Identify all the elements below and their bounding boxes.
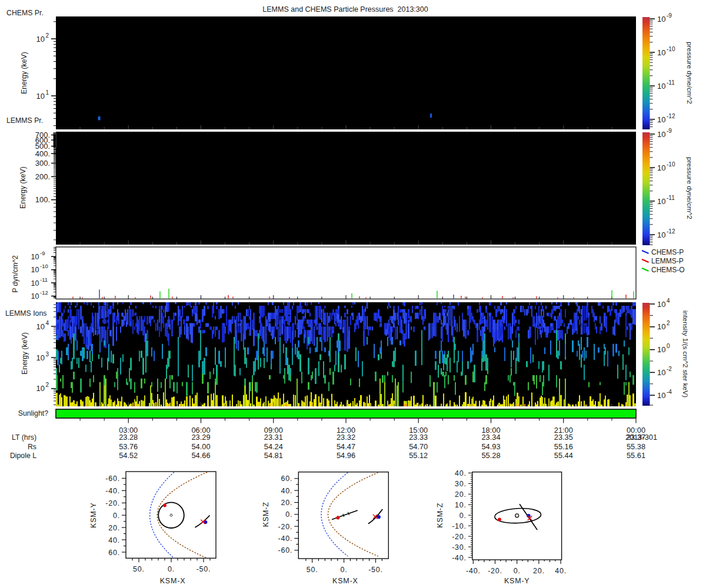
- svg-text:LEMMS Ions: LEMMS Ions: [5, 309, 46, 318]
- svg-text:10: 10: [657, 163, 665, 172]
- svg-text:-10: -10: [40, 263, 48, 269]
- svg-text:23.29: 23.29: [191, 433, 210, 442]
- svg-text:Sunlight?: Sunlight?: [18, 409, 48, 417]
- svg-text:10: 10: [657, 391, 665, 400]
- svg-text:KSM-Z: KSM-Z: [262, 502, 270, 527]
- svg-text:-12: -12: [40, 289, 48, 296]
- svg-text:KSM-Z: KSM-Z: [436, 503, 444, 528]
- svg-text:-60.: -60.: [105, 475, 120, 483]
- svg-text:4: 4: [667, 298, 670, 304]
- svg-text:10: 10: [36, 384, 45, 393]
- svg-text:30.: 30.: [455, 480, 467, 488]
- svg-text:Energy (keV): Energy (keV): [20, 52, 28, 94]
- svg-text:40.: 40.: [108, 536, 120, 544]
- svg-text:54.70: 54.70: [409, 442, 428, 451]
- svg-text:KSM-X: KSM-X: [332, 577, 358, 585]
- svg-text:54.93: 54.93: [481, 442, 500, 451]
- svg-text:20.: 20.: [455, 490, 467, 499]
- svg-text:2013-301: 2013-301: [625, 433, 657, 442]
- svg-text:20.: 20.: [108, 524, 120, 532]
- svg-text:-9: -9: [667, 128, 672, 134]
- svg-text:55.61: 55.61: [627, 451, 645, 460]
- svg-text:40.: 40.: [281, 487, 293, 495]
- svg-text:-50.: -50.: [368, 566, 383, 574]
- svg-text:54.81: 54.81: [264, 451, 283, 460]
- svg-text:54.96: 54.96: [337, 451, 355, 460]
- svg-text:-11: -11: [667, 195, 675, 201]
- svg-text:10.: 10.: [455, 501, 467, 509]
- svg-text:10: 10: [657, 115, 665, 124]
- svg-text:1: 1: [46, 89, 49, 96]
- svg-text:0.: 0.: [459, 512, 467, 520]
- svg-text:Dipole L: Dipole L: [10, 452, 36, 460]
- svg-text:pressure dyne/cm^2: pressure dyne/cm^2: [685, 42, 694, 104]
- svg-text:LEMMS-P: LEMMS-P: [651, 257, 684, 265]
- svg-text:10: 10: [36, 35, 45, 44]
- svg-text:10: 10: [31, 253, 39, 261]
- svg-text:0.: 0.: [168, 565, 175, 573]
- svg-text:-2: -2: [667, 366, 672, 372]
- svg-text:10: 10: [36, 322, 45, 331]
- svg-text:-50.: -50.: [197, 565, 211, 573]
- svg-text:Rs: Rs: [28, 443, 36, 451]
- svg-text:23.31: 23.31: [264, 433, 283, 442]
- svg-text:10: 10: [657, 15, 665, 24]
- svg-text:400.: 400.: [35, 149, 50, 158]
- svg-text:54.24: 54.24: [264, 442, 283, 451]
- svg-text:60.: 60.: [281, 475, 293, 483]
- svg-text:KSM-X: KSM-X: [160, 577, 186, 585]
- svg-text:CHEMS Pr.: CHEMS Pr.: [6, 9, 44, 17]
- svg-text:0.: 0.: [285, 510, 292, 519]
- svg-text:-10: -10: [667, 161, 675, 168]
- svg-text:-20.: -20.: [452, 533, 467, 541]
- svg-text:23.33: 23.33: [409, 433, 428, 442]
- svg-text:23.32: 23.32: [337, 433, 355, 442]
- svg-text:KSM-Y: KSM-Y: [504, 577, 530, 585]
- svg-text:50.: 50.: [133, 565, 145, 573]
- svg-text:200.: 200.: [35, 172, 50, 181]
- svg-text:KSM-Y: KSM-Y: [89, 502, 98, 528]
- svg-text:-11: -11: [40, 276, 48, 283]
- svg-text:10: 10: [657, 345, 665, 354]
- svg-text:intensity 1/(s cm^2 ster keV): intensity 1/(s cm^2 ster keV): [681, 310, 690, 397]
- svg-text:54.66: 54.66: [191, 451, 210, 460]
- svg-text:300.: 300.: [35, 159, 50, 168]
- svg-text:2: 2: [46, 32, 49, 39]
- svg-text:-40.: -40.: [452, 554, 467, 562]
- svg-text:LT (hrs): LT (hrs): [12, 433, 36, 442]
- svg-text:60.: 60.: [108, 549, 120, 557]
- svg-text:10: 10: [657, 300, 665, 309]
- svg-text:23.35: 23.35: [554, 433, 573, 442]
- svg-text:10: 10: [36, 92, 45, 101]
- svg-text:-4: -4: [667, 389, 672, 395]
- svg-text:20.: 20.: [533, 567, 545, 575]
- svg-text:10: 10: [31, 292, 39, 300]
- svg-text:-30.: -30.: [452, 543, 467, 552]
- svg-text:LEMMS Pr.: LEMMS Pr.: [6, 116, 43, 125]
- svg-text:CHEMS-P: CHEMS-P: [651, 248, 684, 256]
- svg-text:54.47: 54.47: [337, 442, 355, 451]
- svg-text:-10.: -10.: [452, 522, 467, 530]
- svg-text:10: 10: [657, 197, 665, 206]
- svg-text:CHEMS-O: CHEMS-O: [651, 266, 685, 274]
- svg-text:53.76: 53.76: [119, 442, 138, 451]
- svg-text:0.: 0.: [514, 567, 521, 575]
- svg-text:54.52: 54.52: [119, 451, 138, 460]
- svg-text:10: 10: [657, 368, 665, 377]
- svg-text:10: 10: [657, 230, 665, 239]
- svg-text:-40.: -40.: [466, 567, 481, 575]
- svg-text:50.: 50.: [307, 566, 318, 574]
- svg-text:pressure dyne/cm^2: pressure dyne/cm^2: [685, 157, 694, 219]
- svg-text:-9: -9: [667, 12, 672, 19]
- svg-text:40.: 40.: [555, 567, 567, 575]
- svg-text:-10: -10: [667, 46, 675, 52]
- svg-text:-40.: -40.: [105, 487, 120, 495]
- svg-text:40.: 40.: [455, 469, 467, 477]
- svg-text:-40.: -40.: [278, 534, 293, 543]
- svg-text:10: 10: [657, 322, 665, 331]
- svg-text:-60.: -60.: [278, 546, 293, 554]
- svg-text:10: 10: [657, 48, 665, 57]
- svg-text:2: 2: [46, 382, 49, 388]
- svg-text:55.12: 55.12: [409, 451, 428, 460]
- svg-text:-20.: -20.: [278, 523, 293, 531]
